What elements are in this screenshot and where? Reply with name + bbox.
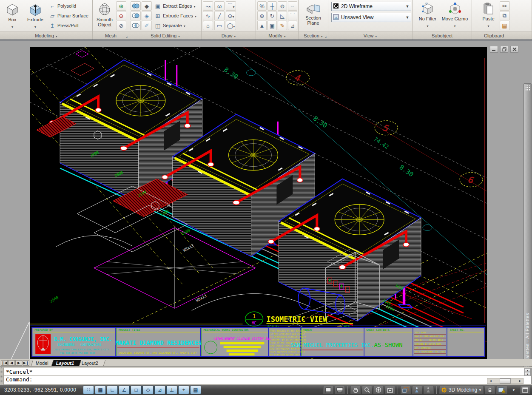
first-tab-button[interactable]: ❙◀ [1,360,8,366]
mesh-nosmooth-button[interactable]: ⊘ [116,21,126,30]
section-plane-button[interactable]: Section Plane [301,1,326,31]
match-properties-button[interactable]: ▤ [500,21,510,30]
arc-button[interactable]: ⌒ [226,1,236,11]
hscroll-thumb[interactable] [500,378,511,384]
restore-button[interactable] [500,46,508,53]
workspace-caret[interactable]: ▼ [478,388,482,392]
panel-title-solid[interactable]: Solid Editing [129,31,201,40]
line-button[interactable]: ╱ [214,11,225,20]
extrude-faces-button[interactable]: ⊞ Extrude Faces [153,11,198,20]
copy-button[interactable]: ⧉ [500,11,510,20]
chamfer-button[interactable]: ⊿ [288,21,297,30]
panel-title-draw[interactable]: Draw [202,31,256,40]
osnap3d-toggle[interactable]: ◇ [142,386,154,394]
mirror-3d-button[interactable]: % [257,1,267,11]
polysolid-button[interactable]: ⌐ Polysolid [47,1,90,11]
array-3d-button[interactable]: ⊚ [278,1,287,11]
paste-caret[interactable] [487,21,489,29]
zoom-button[interactable] [362,386,372,394]
scale-button[interactable]: ▲ [257,21,267,30]
circle-button[interactable]: ⊙ [226,11,236,20]
tab-layout1[interactable]: Layout1 [51,360,82,366]
panel-title-section[interactable]: Section [299,31,328,40]
box-caret[interactable] [11,22,13,30]
status-menu-caret[interactable]: ▼ [509,386,519,394]
break-button[interactable]: ╌ [288,1,297,11]
offset-button[interactable]: ▣ [267,21,277,30]
erase-button[interactable]: ✎ [278,21,287,30]
extrude-button[interactable]: Extrude [24,1,46,31]
workspace-switcher[interactable]: 3D Modeling ▼ [439,386,484,394]
pan-button[interactable] [350,386,361,394]
otrack-toggle[interactable]: ⊿ [154,386,165,394]
named-view-dropdown[interactable]: Unsaved View ▼ [331,13,411,22]
intersect-button[interactable] [131,21,141,30]
mesh-refine-button[interactable]: ⊕ [116,1,126,11]
extrude-caret[interactable] [34,22,36,30]
cut-button[interactable]: ✂ [500,1,510,11]
minimize-button[interactable] [490,46,498,53]
next-tab-button[interactable]: ▶ [15,360,22,366]
box-button[interactable]: Box [1,1,23,31]
taper-faces-button[interactable]: ◈ [142,11,152,20]
quick-view-layouts-button[interactable] [335,386,345,394]
trim-button[interactable]: ◺ [278,11,287,20]
dyn-toggle[interactable]: + [178,386,189,394]
panel-title-mesh[interactable]: Mesh [93,31,129,40]
command-history[interactable]: *Cancel* ▲ ▼ [4,368,531,376]
rotate-3d-button[interactable]: ↻ [267,11,277,20]
tool-palettes-bar[interactable]: Tool Palettes - All Palettes [523,83,532,395]
annotation-visibility-button[interactable] [412,386,422,394]
spline-button[interactable]: ∿ [203,11,213,20]
prev-tab-button[interactable]: ◀ [8,360,15,366]
panel-title-modeling[interactable]: Modeling [0,31,92,40]
model-space-button[interactable] [323,386,333,394]
move-gizmo-caret[interactable] [454,21,455,29]
steering-wheel-button[interactable] [373,386,384,394]
mesh-reduce-button[interactable]: ⊖ [116,11,126,20]
coordinates-readout[interactable]: 3203.0233, -962.3591, 0.0000 [0,387,83,393]
fillet-button[interactable]: ⌒ [288,11,297,20]
move-gizmo-button[interactable]: Move Gizmo [441,1,469,31]
polygon-button[interactable]: ⌂ [203,21,213,30]
revision-cloud-button[interactable]: ω [214,1,225,11]
panel-title-view[interactable]: View [328,31,412,40]
annotation-scale-button[interactable] [401,386,411,394]
tab-layout2[interactable]: Layout2 [77,360,106,366]
qp-toggle[interactable]: ▤ [190,386,201,394]
scroll-up-button[interactable]: ▲ [524,368,531,372]
command-input[interactable]: Command: ◀ ▶ [4,376,531,384]
clean-button[interactable]: ✐ [142,21,152,30]
palette-grip[interactable] [525,85,530,91]
application-status-button[interactable] [496,386,507,394]
section-launcher[interactable]: ⌟ [325,34,327,38]
ortho-toggle[interactable]: ∟ [107,386,118,394]
extract-edges-button[interactable]: ▣ Extract Edges [153,1,198,11]
fillet-edge-button[interactable]: ◆ [142,1,152,11]
toolbar-lock-button[interactable] [485,386,495,394]
annotation-auto-button[interactable] [424,386,434,394]
rectangle-button[interactable]: ▭ [214,21,225,30]
named-view-caret[interactable]: ▼ [404,15,411,20]
paste-button[interactable]: Paste [478,1,499,31]
scroll-left-button[interactable]: ◀ [487,378,494,384]
separate-button[interactable]: ◫ Separate [153,21,198,30]
last-tab-button[interactable]: ▶❙ [23,360,29,366]
subtract-button[interactable] [131,11,141,20]
panel-title-subobject[interactable]: Subobject [413,31,472,40]
close-button[interactable] [510,46,518,53]
command-vscrollbar[interactable]: ▲ ▼ [524,368,531,375]
ellipse-button[interactable]: ◯ [226,21,236,30]
smooth-object-button[interactable]: Smooth Object [94,1,115,31]
grid-toggle[interactable]: ▦ [95,386,106,394]
command-hscrollbar[interactable]: ◀ ▶ [487,378,523,384]
osnap-toggle[interactable]: □ [131,386,142,394]
planar-surface-button[interactable]: ▱ Planar Surface [47,11,90,20]
visual-style-caret[interactable]: ▼ [404,4,411,9]
no-filter-button[interactable]: No Filter [415,1,440,31]
scroll-right-button[interactable]: ▶ [517,378,523,384]
union-button[interactable] [131,1,141,11]
clean-screen-button[interactable] [520,386,530,394]
panel-title-modify[interactable]: Modify [256,31,298,40]
scroll-down-button[interactable]: ▼ [524,372,531,376]
